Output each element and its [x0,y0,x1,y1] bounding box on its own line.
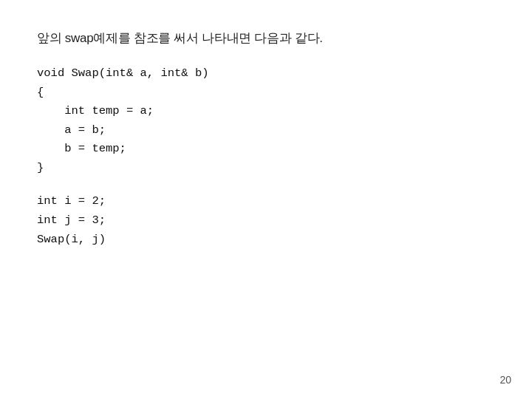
slide-content: 앞의 swap예제를 참조를 써서 나타내면 다음과 같다. void Swap… [0,0,532,399]
code-function-section: void Swap(int& a, int& b) { int temp = a… [37,64,495,177]
intro-text: 앞의 swap예제를 참조를 써서 나타내면 다음과 같다. [37,30,495,47]
code-function: void Swap(int& a, int& b) { int temp = a… [37,64,495,177]
page-number: 20 [499,374,511,386]
code-main: int i = 2; int j = 3; Swap(i, j) [37,192,495,249]
code-main-section: int i = 2; int j = 3; Swap(i, j) [37,192,495,249]
